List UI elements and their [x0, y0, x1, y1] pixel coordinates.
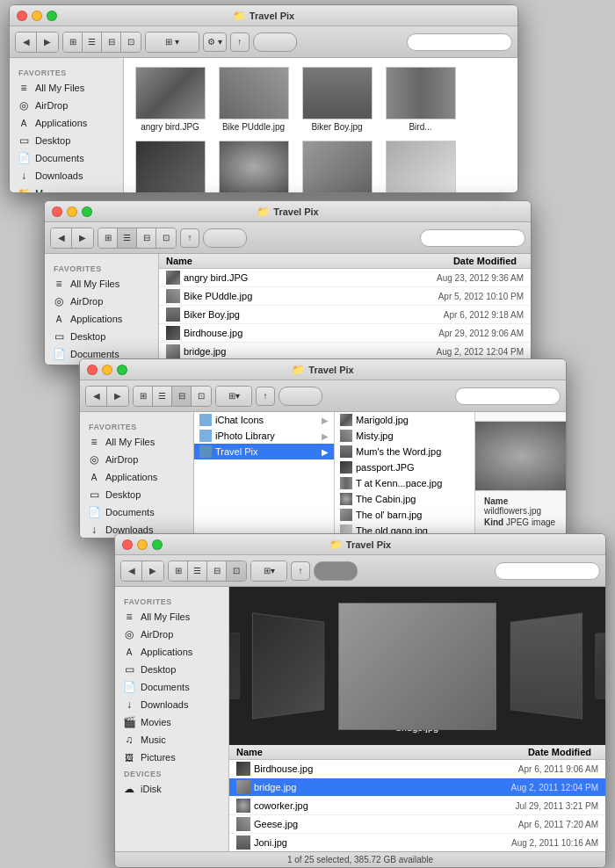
sidebar-item-desktop-1[interactable]: ▭ Desktop: [10, 132, 123, 149]
sidebar-item-music-4[interactable]: ♫ Music: [115, 731, 228, 749]
arrange-btn-3[interactable]: ⊞▾: [216, 387, 251, 406]
file-item-7[interactable]: [300, 141, 374, 192]
arrange-btn-4[interactable]: ⊞▾: [251, 561, 286, 581]
maximize-button-4[interactable]: [152, 539, 163, 550]
search-input-1[interactable]: [407, 33, 512, 51]
toggle-btn-4[interactable]: [314, 561, 358, 581]
sidebar-item-desktop-4[interactable]: ▭ Desktop: [115, 661, 228, 678]
maximize-button-3[interactable]: [117, 365, 127, 375]
file-item-2[interactable]: Bike PUddle.jpg: [216, 67, 291, 132]
view-cf-btn-1[interactable]: ⊡: [121, 33, 141, 52]
forward-button-4[interactable]: ▶: [142, 561, 163, 581]
view-list-btn-3[interactable]: ☰: [153, 387, 172, 406]
sidebar-item-pictures-4[interactable]: 🖼 Pictures: [115, 749, 228, 766]
file-item-4[interactable]: Bird...: [383, 67, 458, 132]
close-button-1[interactable]: [17, 11, 27, 21]
sidebar-item-downloads-4[interactable]: ↓ Downloads: [115, 696, 228, 713]
sidebar-item-documents-4[interactable]: 📄 Documents: [115, 678, 228, 696]
list-row-2-0[interactable]: angry bird.JPG Aug 23, 2012 9:36 AM: [159, 269, 531, 287]
sidebar-item-idisk-4[interactable]: ☁ iDisk: [115, 780, 228, 798]
back-button-3[interactable]: ◀: [86, 387, 107, 406]
search-input-2[interactable]: [420, 229, 525, 247]
list-row-4-0[interactable]: Birdhouse.jpg Apr 6, 2011 9:06 AM: [229, 760, 605, 778]
sidebar-item-airdrop-2[interactable]: ◎ AirDrop: [45, 293, 158, 310]
file-item-3[interactable]: Biker Boy.jpg: [300, 67, 374, 132]
col-item-travelpix[interactable]: Travel Pix ▶: [194, 444, 334, 459]
view-cf-btn-3[interactable]: ⊡: [192, 387, 211, 406]
list-row-4-4[interactable]: Joni.jpg Aug 2, 2011 10:16 AM: [229, 834, 605, 851]
back-button-2[interactable]: ◀: [51, 228, 72, 248]
sidebar-item-desktop-3[interactable]: ▭ Desktop: [80, 486, 193, 503]
maximize-button-2[interactable]: [82, 206, 92, 217]
sidebar-item-applications-2[interactable]: A Applications: [45, 310, 158, 328]
col-item-mums[interactable]: Mum's the Word.jpg: [335, 444, 474, 459]
toggle-btn-2[interactable]: [203, 228, 247, 248]
forward-button-2[interactable]: ▶: [72, 228, 93, 248]
view-col-btn-2[interactable]: ⊟: [137, 228, 156, 248]
minimize-button-3[interactable]: [102, 365, 112, 375]
forward-button-1[interactable]: ▶: [37, 33, 58, 52]
search-input-3[interactable]: [455, 387, 561, 405]
sidebar-item-movies-4[interactable]: 🎬 Movies: [115, 713, 228, 731]
col-item-iphoto[interactable]: iPhoto Library ▶: [194, 428, 334, 444]
close-button-3[interactable]: [87, 365, 98, 375]
sidebar-item-applications-3[interactable]: A Applications: [80, 468, 193, 486]
view-icon-btn-1[interactable]: ⊞: [63, 33, 83, 52]
view-icon-btn-4[interactable]: ⊞: [169, 561, 188, 581]
col-item-misty[interactable]: Misty.jpg: [335, 428, 474, 444]
col-item-tkenn[interactable]: T at Kenn...pace.jpg: [335, 475, 474, 491]
view-list-btn-4[interactable]: ☰: [188, 561, 207, 581]
sidebar-item-allmyfiles-1[interactable]: ≡ All My Files: [10, 79, 123, 97]
list-row-4-3[interactable]: Geese.jpg Apr 6, 2011 7:20 AM: [229, 815, 605, 834]
sidebar-item-airdrop-1[interactable]: ◎ AirDrop: [10, 97, 123, 114]
sidebar-item-airdrop-3[interactable]: ◎ AirDrop: [80, 451, 193, 468]
back-button-1[interactable]: ◀: [16, 33, 37, 52]
sidebar-item-airdrop-4[interactable]: ◎ AirDrop: [115, 626, 228, 643]
sidebar-item-allmyfiles-3[interactable]: ≡ All My Files: [80, 433, 193, 451]
maximize-button-1[interactable]: [47, 11, 57, 21]
close-button-2[interactable]: [52, 206, 62, 217]
minimize-button-1[interactable]: [32, 11, 42, 21]
toggle-btn-1[interactable]: [253, 33, 297, 52]
forward-button-3[interactable]: ▶: [107, 387, 128, 406]
sidebar-item-documents-1[interactable]: 📄 Documents: [10, 149, 123, 167]
share-btn-4[interactable]: ↑: [291, 561, 310, 581]
sidebar-item-downloads-1[interactable]: ↓ Downloads: [10, 167, 123, 184]
view-cf-btn-4[interactable]: ⊡: [227, 561, 246, 581]
action-btn-2[interactable]: ↑: [180, 228, 199, 248]
file-item-5[interactable]: [133, 141, 207, 192]
action-btn-1[interactable]: ⚙ ▾: [203, 33, 227, 52]
view-cf-btn-2[interactable]: ⊡: [156, 228, 176, 248]
back-button-4[interactable]: ◀: [121, 561, 142, 581]
view-icon-btn-2[interactable]: ⊞: [98, 228, 118, 248]
cf-thumb-2[interactable]: [252, 612, 324, 720]
cf-thumb-5[interactable]: [595, 628, 605, 704]
sidebar-item-allmyfiles-2[interactable]: ≡ All My Files: [45, 275, 158, 293]
sidebar-item-desktop-2[interactable]: ▭ Desktop: [45, 328, 158, 345]
list-row-2-3[interactable]: Birdhouse.jpg Apr 29, 2012 9:06 AM: [159, 324, 531, 343]
view-col-btn-3[interactable]: ⊟: [172, 387, 192, 406]
col-item-passport[interactable]: passport.JPG: [335, 459, 474, 475]
toggle-btn-3[interactable]: [279, 387, 322, 406]
cf-thumb-4[interactable]: [510, 612, 582, 720]
close-button-4[interactable]: [122, 539, 133, 550]
share-btn-1[interactable]: ↑: [230, 33, 250, 52]
view-list-btn-1[interactable]: ☰: [83, 33, 102, 52]
minimize-button-4[interactable]: [137, 539, 148, 550]
minimize-button-2[interactable]: [67, 206, 77, 217]
share-btn-3[interactable]: ↑: [256, 387, 275, 406]
col-item-cabin[interactable]: The Cabin.jpg: [335, 491, 474, 507]
view-col-btn-4[interactable]: ⊟: [207, 561, 227, 581]
arrange-btn-1[interactable]: ⊞ ▾: [146, 33, 199, 52]
col-item-ichat[interactable]: iChat Icons ▶: [194, 412, 334, 428]
list-row-2-1[interactable]: Bike PUddle.jpg Apr 5, 2012 10:10 PM: [159, 287, 531, 306]
cf-thumb-1[interactable]: [229, 628, 240, 704]
col-item-olbarn[interactable]: The ol' barn.jpg: [335, 507, 474, 523]
list-row-2-2[interactable]: Biker Boy.jpg Apr 6, 2012 9:18 AM: [159, 306, 531, 324]
sidebar-item-applications-1[interactable]: A Applications: [10, 114, 123, 132]
view-list-btn-2[interactable]: ☰: [118, 228, 137, 248]
file-item-6[interactable]: [216, 141, 291, 192]
view-icon-btn-3[interactable]: ⊞: [134, 387, 153, 406]
sidebar-item-applications-4[interactable]: A Applications: [115, 643, 228, 661]
file-item-8[interactable]: [383, 141, 458, 192]
